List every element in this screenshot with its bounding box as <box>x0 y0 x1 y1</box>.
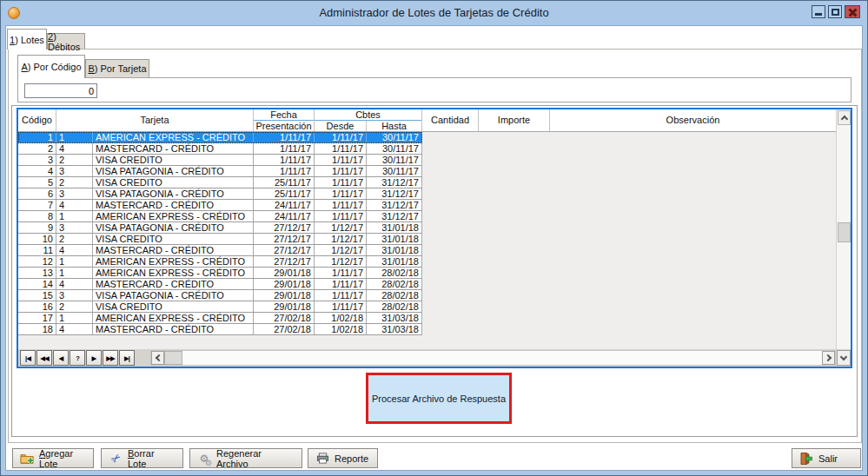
codigo-filter-input[interactable] <box>24 83 97 98</box>
column-header-fecha[interactable]: Fecha Presentación <box>254 109 315 131</box>
cell[interactable]: MASTERCARD - CRÉDITO <box>93 324 254 334</box>
cell[interactable]: 30/11/17 <box>367 132 422 142</box>
cell[interactable]: AMERICAN EXPRESS - CRÉDITO <box>93 268 254 278</box>
cell[interactable]: 25/11/17 <box>254 177 315 188</box>
cell[interactable]: 1/11/17 <box>315 211 367 221</box>
regenerar-archivo-button[interactable]: ⚙⚙ Regenerar Archivo <box>189 448 302 468</box>
column-header-cbtes[interactable]: Cbtes Desde Hasta <box>315 109 422 131</box>
table-row[interactable]: 153VISA PATAGONIA - CRÉDITO29/01/181/11/… <box>18 290 422 301</box>
cell[interactable]: 1/12/17 <box>315 256 367 267</box>
cell[interactable]: 30/11/17 <box>367 166 422 176</box>
first-record-button[interactable]: |◀ <box>20 350 36 366</box>
subtab-por-codigo[interactable]: A) Por Código <box>17 55 85 78</box>
cell[interactable]: 1/02/18 <box>315 324 367 334</box>
cell[interactable]: VISA PATAGONIA - CRÉDITO <box>93 166 254 176</box>
cell[interactable]: 31/01/18 <box>367 234 422 244</box>
cell[interactable]: 1/02/18 <box>315 313 367 323</box>
cell[interactable]: 1/12/17 <box>315 234 367 244</box>
cell[interactable]: 4 <box>56 324 93 334</box>
horizontal-scrollbar[interactable] <box>150 350 836 366</box>
cell[interactable]: 31/01/18 <box>367 245 422 255</box>
cell[interactable]: 31/12/17 <box>367 211 422 221</box>
cell[interactable]: 6 <box>18 188 56 199</box>
cell[interactable]: 8 <box>18 211 56 221</box>
borrar-lote-button[interactable]: ✂ Borrar Lote <box>101 448 183 468</box>
cell[interactable]: 29/01/18 <box>254 279 315 289</box>
cell[interactable]: 10 <box>18 234 56 244</box>
procesar-archivo-button[interactable]: Procesar Archivo de Respuesta <box>366 373 512 424</box>
cell[interactable]: 1/11/17 <box>315 155 367 165</box>
minimize-button[interactable] <box>812 5 825 18</box>
prior-record-button[interactable]: ◀ <box>53 350 69 366</box>
cell[interactable]: MASTERCARD - CRÉDITO <box>93 143 254 154</box>
cell[interactable]: MASTERCARD - CRÉDITO <box>93 279 254 289</box>
cell[interactable]: 27/12/17 <box>254 234 315 244</box>
cell[interactable]: 3 <box>56 290 93 301</box>
table-row[interactable]: 184MASTERCARD - CRÉDITO27/02/181/02/1831… <box>18 324 422 335</box>
cell[interactable]: 1/11/17 <box>315 279 367 289</box>
cell[interactable]: 27/12/17 <box>254 222 315 233</box>
cell[interactable]: 9 <box>18 222 56 233</box>
cell[interactable]: 24/11/17 <box>254 211 315 221</box>
cell[interactable]: 17 <box>18 313 56 323</box>
table-row[interactable]: 74MASTERCARD - CRÉDITO24/11/171/11/1731/… <box>18 200 422 211</box>
cell[interactable]: 3 <box>18 155 56 165</box>
cell[interactable]: 29/01/18 <box>254 301 315 312</box>
reporte-button[interactable]: Reporte <box>308 448 378 468</box>
cell[interactable]: 13 <box>18 268 56 278</box>
vscroll-thumb[interactable] <box>838 222 851 242</box>
table-row[interactable]: 102VISA CREDITO27/12/171/12/1731/01/18 <box>18 234 422 245</box>
cell[interactable]: 4 <box>56 200 93 210</box>
cell[interactable]: 31/01/18 <box>367 222 422 233</box>
column-header-hasta[interactable]: Hasta <box>367 121 421 131</box>
cell[interactable]: 4 <box>56 245 93 255</box>
column-header-desde[interactable]: Desde <box>315 121 367 131</box>
table-row[interactable]: 24MASTERCARD - CRÉDITO1/11/171/11/1730/1… <box>18 143 422 155</box>
scroll-up-button[interactable] <box>838 110 851 125</box>
salir-button[interactable]: Salir <box>792 448 861 468</box>
cell[interactable]: VISA CREDITO <box>93 155 254 165</box>
cell[interactable]: 27/12/17 <box>254 245 315 255</box>
cell[interactable]: 1 <box>56 268 93 278</box>
cell[interactable]: 27/02/18 <box>254 313 315 323</box>
cell[interactable]: 1/11/17 <box>315 268 367 278</box>
column-header-codigo[interactable]: Código <box>18 109 56 131</box>
cell[interactable]: 30/11/17 <box>367 143 422 154</box>
cell[interactable]: 5 <box>18 177 56 188</box>
cell[interactable]: 1 <box>56 313 93 323</box>
cell[interactable]: 18 <box>18 324 56 334</box>
agregar-lote-button[interactable]: Agregar Lote <box>12 448 94 468</box>
cell[interactable]: 31/03/18 <box>367 313 422 323</box>
cell[interactable]: 25/11/17 <box>254 188 315 199</box>
cell[interactable]: VISA PATAGONIA - CRÉDITO <box>93 222 254 233</box>
cell[interactable]: 1/11/17 <box>315 166 367 176</box>
cell[interactable]: 1/11/17 <box>315 132 367 142</box>
scroll-down-button[interactable] <box>837 350 851 366</box>
column-header-importe[interactable]: Importe <box>479 109 550 131</box>
table-row[interactable]: 114MASTERCARD - CRÉDITO27/12/171/12/1731… <box>18 245 422 256</box>
cell[interactable]: 24/11/17 <box>254 200 315 210</box>
cell[interactable]: 2 <box>56 155 93 165</box>
cell[interactable]: 15 <box>18 290 56 301</box>
cell[interactable]: 28/02/18 <box>367 268 422 278</box>
fast-forward-button[interactable]: ▶▶ <box>103 350 118 366</box>
vertical-scrollbar[interactable] <box>836 109 851 349</box>
cell[interactable]: VISA CREDITO <box>93 177 254 188</box>
next-record-button[interactable]: ▶ <box>86 350 102 366</box>
last-record-button[interactable]: ▶| <box>119 350 135 366</box>
table-row[interactable]: 121AMERICAN EXPRESS - CRÉDITO27/12/171/1… <box>18 256 422 268</box>
cell[interactable]: 2 <box>56 234 93 244</box>
cell[interactable]: 2 <box>56 301 93 312</box>
close-button[interactable] <box>845 5 860 18</box>
cell[interactable]: 31/12/17 <box>367 188 422 199</box>
cell[interactable]: MASTERCARD - CRÉDITO <box>93 245 254 255</box>
cell[interactable]: 2 <box>18 143 56 154</box>
cell[interactable]: 1/12/17 <box>315 222 367 233</box>
table-row[interactable]: 43VISA PATAGONIA - CRÉDITO1/11/171/11/17… <box>18 166 422 177</box>
table-row[interactable]: 171AMERICAN EXPRESS - CRÉDITO27/02/181/0… <box>18 313 422 324</box>
cell[interactable]: 1/11/17 <box>254 155 315 165</box>
scroll-left-button[interactable] <box>151 351 164 365</box>
table-row[interactable]: 144MASTERCARD - CRÉDITO29/01/181/11/1728… <box>18 279 422 290</box>
table-row[interactable]: 32VISA CREDITO1/11/171/11/1730/11/17 <box>18 155 422 166</box>
scroll-right-button[interactable] <box>822 351 835 365</box>
